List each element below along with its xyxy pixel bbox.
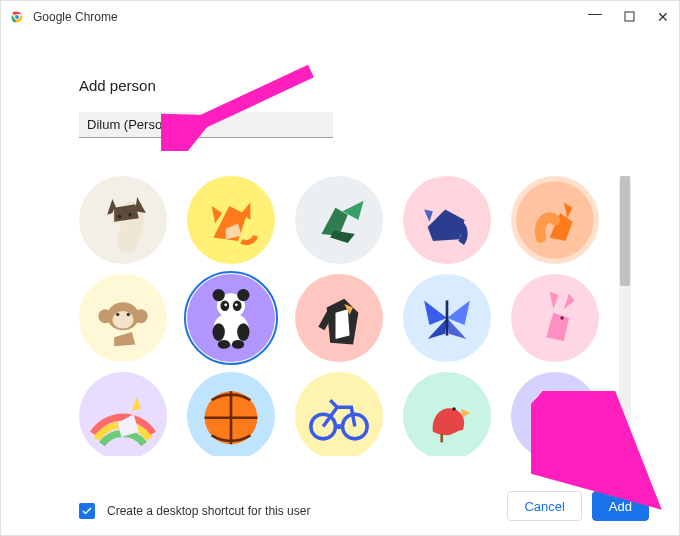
svg-point-28 <box>235 303 238 306</box>
avatar-panda[interactable] <box>187 274 275 362</box>
avatar-butterfly[interactable] <box>403 274 491 362</box>
svg-point-46 <box>452 407 456 411</box>
svg-point-18 <box>116 313 120 317</box>
svg-point-6 <box>118 215 122 219</box>
titlebar: Google Chrome — ✕ <box>1 1 679 33</box>
svg-point-22 <box>217 293 245 318</box>
avatar-basketball[interactable] <box>187 372 275 456</box>
avatar-picker <box>79 176 631 456</box>
avatar-penguin[interactable] <box>295 274 383 362</box>
chrome-logo-icon <box>9 9 25 25</box>
avatar-monkey[interactable] <box>79 274 167 362</box>
add-button[interactable]: Add <box>592 491 649 521</box>
avatar-fox[interactable] <box>187 176 275 264</box>
svg-rect-3 <box>625 12 634 21</box>
svg-point-15 <box>98 309 112 323</box>
svg-point-21 <box>213 313 248 345</box>
svg-point-51 <box>554 429 559 434</box>
svg-point-44 <box>336 424 341 429</box>
avatar-dragon[interactable] <box>295 176 383 264</box>
svg-point-20 <box>187 274 275 362</box>
svg-point-30 <box>237 323 249 341</box>
avatar-rabbit[interactable] <box>511 274 599 362</box>
close-button[interactable]: ✕ <box>655 9 671 25</box>
avatar-bird[interactable] <box>403 372 491 456</box>
svg-point-26 <box>233 300 242 311</box>
avatar-unicorn[interactable] <box>79 372 167 456</box>
avatar-cat[interactable] <box>79 176 167 264</box>
svg-point-29 <box>213 323 225 341</box>
maximize-button[interactable] <box>621 10 637 25</box>
svg-point-7 <box>128 213 132 217</box>
svg-point-49 <box>546 421 553 428</box>
dialog-content: Add person <box>1 33 679 456</box>
svg-point-25 <box>220 300 229 311</box>
dialog-heading: Add person <box>79 77 619 94</box>
dialog-buttons: Cancel Add <box>507 491 649 521</box>
avatar-cheese[interactable] <box>511 372 599 456</box>
window-title: Google Chrome <box>33 10 118 24</box>
svg-point-17 <box>112 311 133 329</box>
window-controls: — ✕ <box>587 9 671 25</box>
svg-point-50 <box>561 419 566 424</box>
svg-point-24 <box>237 289 249 301</box>
avatar-elephant[interactable] <box>403 176 491 264</box>
minimize-button[interactable]: — <box>587 5 603 21</box>
svg-point-31 <box>218 340 230 349</box>
avatar-scrollbar-track[interactable] <box>619 176 631 456</box>
svg-point-37 <box>560 316 564 320</box>
svg-point-27 <box>224 303 227 306</box>
cancel-button[interactable]: Cancel <box>507 491 581 521</box>
desktop-shortcut-checkbox[interactable] <box>79 503 95 519</box>
svg-point-23 <box>213 289 225 301</box>
avatar-scrollbar-thumb[interactable] <box>620 176 630 286</box>
svg-point-41 <box>295 372 383 456</box>
avatar-bicycle[interactable] <box>295 372 383 456</box>
desktop-shortcut-label: Create a desktop shortcut for this user <box>107 504 310 518</box>
person-name-input[interactable] <box>79 112 333 138</box>
avatar-squirrel[interactable] <box>511 176 599 264</box>
svg-point-32 <box>232 340 244 349</box>
svg-point-19 <box>127 313 131 317</box>
svg-point-16 <box>134 309 148 323</box>
